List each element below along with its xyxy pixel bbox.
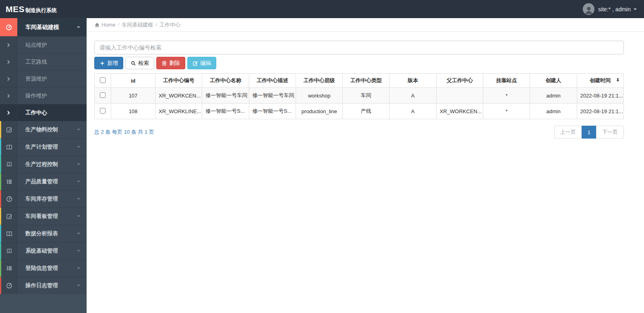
column-header-version[interactable]: 版本 [389, 74, 436, 88]
sidebar-item-station-maintenance[interactable]: 站点维护 [0, 36, 87, 53]
select-all-cell [95, 74, 111, 88]
sidebar-section-label: 产品质量管理 [25, 178, 58, 185]
chevron-right-icon [0, 37, 17, 53]
search-button[interactable]: 检索 [125, 57, 154, 69]
columns-icon [1, 139, 17, 155]
breadcrumb-current: 工作中心 [159, 21, 180, 29]
column-header-code[interactable]: 工作中心编号 [155, 74, 202, 88]
cell-parent [436, 88, 483, 104]
edit-icon [193, 60, 198, 66]
delete-button[interactable]: 删除 [156, 57, 185, 69]
top-navbar: MES 制造执行系统 site:* , admin [0, 0, 644, 18]
pencil-square-icon [1, 208, 17, 225]
chevron-down-icon [76, 144, 81, 150]
chevron-down-icon [76, 196, 81, 202]
sidebar-item-resource-maintenance[interactable]: 资源维护 [0, 70, 87, 87]
chevron-down-icon [76, 248, 81, 254]
table-header-row: id 工作中心编号 工作中心名称 工作中心描述 工作中心层级 工作中心类型 版本… [95, 74, 624, 88]
edit-button[interactable]: 编辑 [187, 57, 216, 69]
chevron-down-icon [76, 265, 81, 272]
sidebar-section-workshop-modeling[interactable]: 车间基础建模 [0, 18, 87, 36]
column-header-id[interactable]: id [111, 74, 155, 88]
column-header-parent[interactable]: 父工作中心 [436, 74, 483, 88]
sidebar-section-inventory-management[interactable]: 车间库存管理 [0, 190, 87, 207]
sidebar-section-label: 车间库存管理 [25, 195, 58, 203]
chevron-down-icon [76, 231, 81, 237]
cell-level: production_line [296, 104, 342, 119]
next-page-button[interactable]: 下一页 [596, 126, 624, 139]
main-content: Home / 车间基础建模 / 工作中心 新增 检索 删除 编辑 id [87, 18, 644, 313]
sidebar-section-label: 生产过程控制 [25, 161, 58, 168]
caret-down-icon [634, 8, 637, 10]
sidebar-item-label: 工艺路线 [25, 58, 47, 66]
column-header-description[interactable]: 工作中心描述 [249, 74, 296, 88]
gauge-icon [1, 191, 17, 207]
cell-version: A [389, 88, 436, 104]
cell-station: * [483, 88, 530, 104]
sidebar-section-operation-log[interactable]: 操作日志管理 [0, 277, 87, 294]
breadcrumb: Home / 车间基础建模 / 工作中心 [87, 18, 644, 32]
sidebar-section-label: 车间基础建模 [25, 24, 59, 31]
book-icon [1, 243, 17, 259]
avatar [583, 3, 594, 15]
column-header-name[interactable]: 工作中心名称 [202, 74, 249, 88]
sidebar-section-data-analysis[interactable]: 数据分析报表 [0, 225, 87, 242]
search-input[interactable] [94, 41, 624, 54]
sidebar: 车间基础建模 站点维护 工艺路线 资源维护 操作维护 工作中心 生产物料控制 生… [0, 18, 87, 313]
cell-parent: XR_WORKCEN... [436, 104, 483, 119]
gauge-icon [0, 18, 17, 36]
table-row[interactable]: 107 XR_WORKCEN... 修一智能一号车间 修一智能一号车间 work… [95, 88, 624, 104]
list-icon [1, 260, 17, 277]
cell-id: 108 [111, 104, 155, 119]
sidebar-section-label: 数据分析报表 [25, 230, 58, 237]
sidebar-item-work-center[interactable]: 工作中心 [0, 104, 87, 121]
chevron-right-icon [0, 70, 17, 87]
chevron-down-icon [76, 283, 81, 289]
cell-created-time: 2022-08-19 21:1... [577, 88, 623, 104]
sidebar-item-label: 操作维护 [25, 92, 47, 99]
cell-code: XR_WORKCEN... [155, 88, 202, 104]
cell-description: 修一智能一号车间 [249, 88, 296, 104]
sidebar-item-process-route[interactable]: 工艺路线 [0, 53, 87, 70]
row-checkbox[interactable] [100, 92, 106, 98]
gauge-icon [1, 277, 17, 294]
user-menu[interactable]: site:* , admin [583, 3, 637, 15]
sidebar-item-label: 站点维护 [25, 41, 47, 49]
sidebar-section-system-management[interactable]: 系统基础管理 [0, 242, 87, 259]
breadcrumb-home[interactable]: Home [101, 22, 116, 28]
column-header-station[interactable]: 挂靠站点 [483, 74, 530, 88]
add-button[interactable]: 新增 [94, 57, 123, 69]
chevron-down-icon [76, 162, 81, 168]
sidebar-section-material-control[interactable]: 生产物料控制 [0, 121, 87, 138]
column-header-creator[interactable]: 创建人 [530, 74, 577, 88]
column-header-type[interactable]: 工作中心类型 [343, 74, 389, 88]
breadcrumb-separator: / [155, 22, 157, 28]
cell-version: A [389, 104, 436, 119]
breadcrumb-separator: / [118, 22, 120, 28]
sidebar-section-plan-management[interactable]: 生产计划管理 [0, 138, 87, 155]
prev-page-button[interactable]: 上一页 [554, 126, 582, 139]
page-1-button[interactable]: 1 [582, 126, 596, 139]
row-checkbox[interactable] [100, 108, 106, 114]
sidebar-section-label: 登陆信息管理 [25, 265, 58, 272]
sidebar-section-process-control[interactable]: 生产过程控制 [0, 155, 87, 173]
sidebar-section-kanban-management[interactable]: 车间看板管理 [0, 207, 87, 225]
sidebar-section-label: 系统基础管理 [25, 247, 58, 255]
search-icon [130, 60, 136, 66]
select-all-checkbox[interactable] [100, 77, 106, 83]
sidebar-section-quality-management[interactable]: 产品质量管理 [0, 173, 87, 190]
breadcrumb-section[interactable]: 车间基础建模 [122, 21, 153, 29]
cell-creator: admin [530, 88, 577, 104]
cell-name: 修一智能一号车间 [202, 88, 249, 104]
sidebar-item-operation-maintenance[interactable]: 操作维护 [0, 87, 87, 104]
pin-icon[interactable] [615, 77, 620, 84]
toolbar: 新增 检索 删除 编辑 [94, 57, 624, 69]
chevron-right-icon [0, 104, 17, 121]
sidebar-section-label: 生产物料控制 [25, 126, 58, 133]
sidebar-section-login-info[interactable]: 登陆信息管理 [0, 259, 87, 277]
column-header-created-time[interactable]: 创建时间 [577, 74, 623, 88]
sidebar-section-label: 车间看板管理 [25, 213, 58, 220]
table-row[interactable]: 108 XR_WORKLINE... 修一智能一号S... 修一智能一号S...… [95, 104, 624, 119]
column-header-level[interactable]: 工作中心层级 [296, 74, 342, 88]
app-logo: MES 制造执行系统 [6, 4, 57, 14]
